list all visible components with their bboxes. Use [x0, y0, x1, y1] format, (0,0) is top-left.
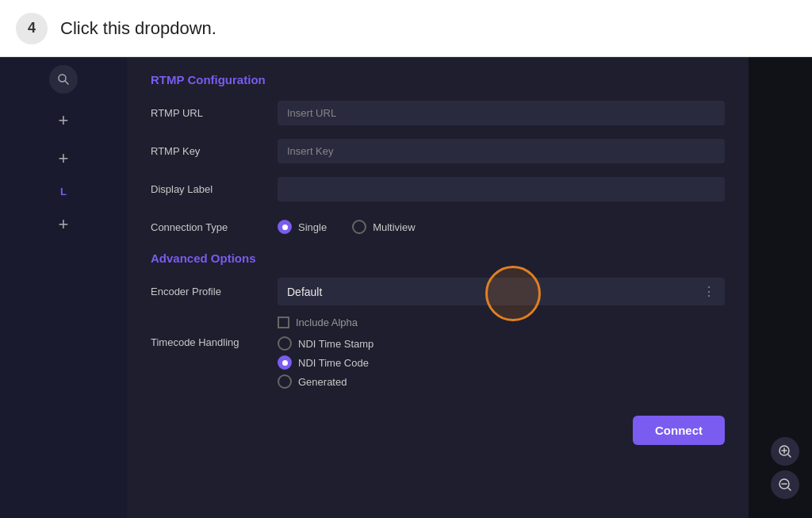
rtmp-key-input[interactable] [278, 139, 725, 163]
connect-button[interactable]: Connect [633, 416, 725, 445]
instruction-bar: 4 Click this dropdown. [0, 0, 812, 57]
ndi-timecode-circle [278, 355, 292, 370]
rtmp-key-label: RTMP Key [151, 145, 278, 157]
rtmp-url-input[interactable] [278, 101, 725, 125]
zoom-in-button[interactable] [771, 437, 799, 466]
rtmp-key-control [278, 139, 725, 163]
ndi-timecode-option[interactable]: NDI Time Code [278, 355, 725, 370]
connection-type-control: Single Multiview [278, 220, 725, 234]
sidebar-add-button-3[interactable]: + [52, 213, 75, 236]
display-label-input[interactable] [278, 177, 725, 201]
ndi-timecode-label: NDI Time Code [298, 357, 369, 369]
sidebar-add-button-2[interactable]: + [52, 148, 75, 170]
include-alpha-row: Include Alpha [151, 317, 725, 328]
display-label-label: Display Label [151, 183, 278, 195]
encoder-profile-value: Default [287, 286, 322, 298]
rtmp-url-control [278, 101, 725, 125]
single-radio-label: Single [298, 221, 327, 233]
content-area: RTMP Configuration RTMP URL RTMP Key Dis… [127, 57, 749, 518]
encoder-profile-control: Default ⋮ [278, 278, 725, 305]
single-radio-circle [278, 220, 292, 234]
generated-option[interactable]: Generated [278, 374, 725, 389]
sidebar-label: L [57, 186, 70, 198]
encoder-profile-row: Encoder Profile Default ⋮ [151, 278, 725, 305]
generated-circle [278, 374, 292, 389]
timecode-label: Timecode Handling [151, 336, 278, 348]
timecode-row: Timecode Handling NDI Time Stamp NDI Tim… [151, 336, 725, 389]
display-label-control [278, 177, 725, 201]
svg-line-1 [65, 81, 68, 84]
multiview-radio-circle [352, 220, 366, 234]
include-alpha-label: Include Alpha [296, 317, 358, 328]
right-panel [749, 57, 812, 518]
display-label-row: Display Label [151, 175, 725, 202]
instruction-text: Click this dropdown. [60, 18, 216, 39]
encoder-profile-dropdown[interactable]: Default ⋮ [278, 278, 725, 305]
ndi-timestamp-option[interactable]: NDI Time Stamp [278, 336, 725, 351]
ndi-timestamp-circle [278, 336, 292, 351]
sidebar-add-button-1[interactable]: + [52, 109, 75, 132]
ndi-timestamp-label: NDI Time Stamp [298, 338, 373, 350]
include-alpha-checkbox[interactable] [278, 317, 289, 328]
rtmp-url-row: RTMP URL [151, 99, 725, 126]
multiview-radio-label: Multiview [373, 221, 415, 233]
search-icon[interactable] [49, 65, 78, 94]
rtmp-section-title: RTMP Configuration [151, 73, 725, 86]
timecode-options: NDI Time Stamp NDI Time Code Generated [278, 336, 725, 389]
sidebar: + + L + [0, 57, 127, 518]
main-area: + + L + RTMP Configuration RTMP URL RTMP… [0, 57, 812, 518]
encoder-profile-label: Encoder Profile [151, 286, 278, 297]
advanced-section-title: Advanced Options [151, 251, 725, 265]
dropdown-dots-icon[interactable]: ⋮ [703, 284, 715, 299]
single-radio-option[interactable]: Single [278, 220, 327, 234]
zoom-controls [771, 437, 799, 499]
rtmp-url-label: RTMP URL [151, 107, 278, 119]
svg-line-5 [788, 455, 791, 457]
svg-line-8 [788, 488, 791, 490]
generated-label: Generated [298, 376, 347, 388]
connection-type-row: Connection Type Single Multiview [151, 213, 725, 240]
zoom-out-button[interactable] [771, 470, 799, 499]
connection-type-label: Connection Type [151, 221, 278, 233]
button-row: Connect [151, 400, 725, 445]
step-badge: 4 [16, 13, 48, 44]
multiview-radio-option[interactable]: Multiview [352, 220, 415, 234]
rtmp-key-row: RTMP Key [151, 137, 725, 164]
